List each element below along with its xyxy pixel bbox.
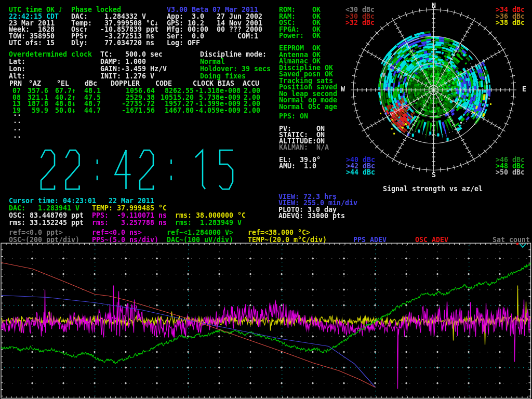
cursor-pps: PPS: -9.110071 ns: [92, 212, 167, 219]
init-value: INIT: 1.276 V: [100, 73, 154, 80]
cursor-temp: TEMP: 37.999485 °C: [92, 205, 167, 212]
discipline-mode-label: Discipline mode:: [200, 51, 267, 58]
utc-offset: UTC ofs: 15: [9, 39, 55, 47]
sat-table-cell: -4.059e-009: [195, 107, 241, 114]
legend-gt38: >38 dBc: [496, 19, 525, 26]
osc-scale: OSC~(200 ppt/div): [9, 236, 79, 244]
rms-osc: rms: 33.152245 ppt: [9, 219, 84, 227]
sat-col-header: CLOCK BIAS: [193, 80, 234, 87]
osc-adev-label: OSC ADEV: [415, 236, 448, 244]
doing-fixes: Doing fixes: [200, 73, 246, 80]
compass-west: W: [341, 86, 345, 93]
cursor-time: Cursor time: 04:23:01 22 Mar 2011: [9, 197, 154, 205]
cursor-dac: DAC: 1.283941 V: [9, 205, 79, 212]
sat-col-header: PRN: [9, 80, 22, 87]
legend-gt44: >44 dBc: [346, 169, 375, 176]
sat-table-empty-row: ..: [13, 132, 21, 139]
sat-table-cell: 50.0↓: [55, 107, 76, 114]
log-status: Log: OFF: [167, 39, 200, 47]
clock-mode: Overdetermined clock: [9, 51, 92, 58]
sat-col-header: °AZ: [29, 80, 41, 87]
sat-table-empty-row: ..: [13, 117, 21, 125]
sat-table-cell: -1671.56: [122, 107, 155, 114]
pps-scale: PPS~(5.0 ns/div): [92, 236, 158, 244]
sat-col-header: CODE: [155, 80, 172, 87]
osc-ref: ref=<0.0 ppt>: [9, 229, 63, 236]
legend-gt32: >32 dBc: [345, 19, 375, 26]
pps-ref: ref=<0.0 ns>: [92, 229, 142, 236]
adev-queue: ADEVQ: 33000 pts: [278, 212, 345, 220]
tc-value: TC: 500.0 sec: [100, 51, 163, 58]
sat-count-label: Sat count: [493, 236, 530, 244]
sat-table-cell: 1467.80: [165, 107, 194, 114]
sat-table-empty-row: ..: [13, 125, 21, 132]
discipline-mode: Normal: [200, 58, 225, 65]
pps-adev-label: PPS ADEV: [353, 236, 387, 244]
status-power: Power: OK: [279, 32, 321, 39]
holdover: Holdover: 39 secs: [200, 65, 271, 73]
compass-east: E: [522, 86, 526, 93]
map-caption: Signal strength vs az/el: [383, 185, 483, 193]
dac-ref: ref~<1.284000 V>: [167, 229, 233, 236]
rms-temp: rms: 38.000000 °C: [175, 212, 246, 219]
sat-table-empty-row: ..: [13, 110, 21, 117]
cursor-osc: OSC: 83.448769 ppt: [9, 212, 84, 219]
lon-label: Lon:: [9, 65, 25, 73]
legend-gt50: >50 dBc: [496, 169, 525, 176]
sat-table-cell: 59.9: [32, 107, 48, 114]
alt-label: Alt:: [9, 73, 25, 80]
dly-value: Dly: 77.034720 ns: [71, 39, 154, 47]
lady-heather-screen: UTC time OK ♪22:42:15 CDT23 Mar 2011Week…: [0, 0, 532, 399]
temp-ref: ref=<38.000 °C>: [248, 229, 310, 236]
sat-table-cell: 44.7: [84, 107, 101, 114]
pps-state: PPS: ON: [279, 113, 308, 120]
amu-mask: AMU: 1.0: [279, 163, 316, 170]
rms-dac: rms: 1.283949 V: [175, 219, 242, 227]
sat-table-cell: 2.00: [244, 107, 260, 114]
compass-south: S: [432, 171, 436, 179]
lat-label: Lat:: [9, 58, 25, 65]
dac-scale: DAC~(100 uV/div): [167, 236, 233, 244]
sat-col-header: DOPPLER: [111, 80, 140, 87]
status-osc-age: Normal OSC age: [279, 103, 337, 111]
temp-scale: TEMP~(20.0 m°C/div): [248, 236, 327, 244]
kalman-state: KALMAN: N/A: [279, 144, 329, 151]
gain-value: GAIN:-3.459 Hz/V: [100, 65, 167, 73]
compass-north: N: [432, 2, 436, 9]
damp-value: DAMP: 1.000: [100, 58, 146, 65]
rms-pps: rms: 3.257788 ns: [92, 219, 167, 227]
sat-col-header: °EL: [57, 80, 69, 87]
sat-col-header: dBc: [85, 80, 97, 87]
sat-col-header: ACCU: [243, 80, 259, 87]
